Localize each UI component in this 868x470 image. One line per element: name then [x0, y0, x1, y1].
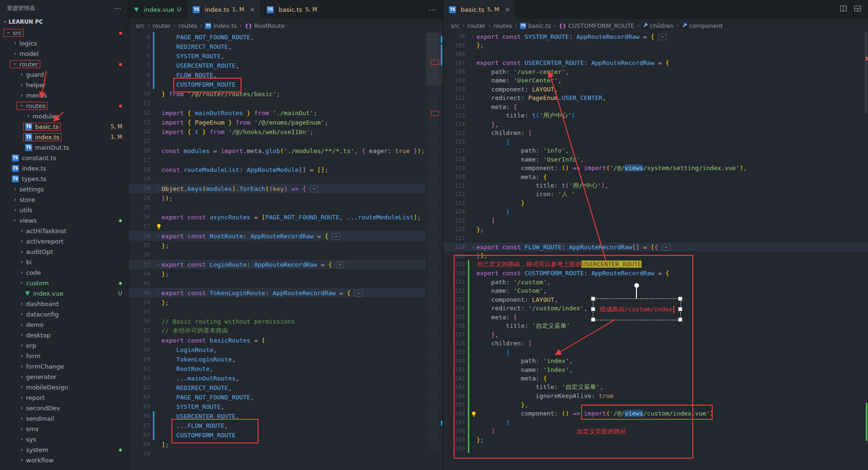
tree-item-routes[interactable]: ›routes● — [0, 100, 128, 111]
tree-item-model[interactable]: ›model — [0, 48, 128, 59]
chevron-right-icon[interactable]: › — [18, 321, 25, 328]
chevron-right-icon[interactable]: › — [18, 373, 25, 380]
code-line-116[interactable]: 116 { — [443, 137, 868, 146]
tree-item-custom[interactable]: ›custom● — [0, 278, 128, 288]
fold-chevron-icon[interactable]: › — [470, 244, 476, 250]
chevron-right-icon[interactable]: › — [18, 227, 25, 234]
code-line-37[interactable]: 37›export const LoginRoute: AppRouteReco… — [128, 260, 443, 269]
code-line-14[interactable]: 14import { t } from '/@/hooks/web/useI18… — [128, 127, 443, 136]
code-line-67[interactable]: 67 ...FLOW_ROUTE, — [128, 421, 443, 430]
chevron-down-icon[interactable]: › — [12, 217, 18, 224]
code-line-7[interactable]: 7 USERCENTER_ROUTE, — [128, 61, 443, 70]
scrollbar[interactable] — [865, 32, 868, 113]
code-line-114[interactable]: 114 }, — [443, 120, 868, 129]
tree-item-form[interactable]: ›form — [0, 351, 128, 361]
code-line-20[interactable]: 20›Object.keys(modules).forEach((key) =>… — [128, 184, 443, 193]
tree-item-sys[interactable]: ›sys — [0, 434, 128, 444]
breadcrumb-item-component[interactable]: component — [682, 22, 723, 29]
chevron-right-icon[interactable]: › — [12, 40, 18, 46]
code-line-244[interactable]: 244 ignoreKeepAlive: true — [443, 392, 868, 401]
code-line-124[interactable]: 124 } — [443, 208, 868, 217]
tree-item-auditOpt[interactable]: ›auditOpt — [0, 246, 128, 257]
breadcrumb-item-router[interactable]: router — [152, 22, 170, 29]
chevron-right-icon[interactable]: › — [18, 248, 25, 255]
code-line-11[interactable]: 11 — [128, 99, 443, 108]
chevron-right-icon[interactable]: › — [18, 269, 25, 276]
code-line-4[interactable]: 4 PAGE_NOT_FOUND_ROUTE, — [128, 32, 443, 42]
code-line-248[interactable]: 248 ] — [443, 427, 868, 436]
breadcrumb-item-index.ts[interactable]: TSindex.ts — [205, 22, 237, 29]
code-line-125[interactable]: 125 ] — [443, 217, 868, 226]
tree-item-code[interactable]: ›code — [0, 267, 128, 278]
fold-chevron-icon[interactable]: › — [155, 186, 161, 191]
tree-item-menus[interactable]: ›menus — [0, 90, 128, 100]
code-line-12[interactable]: 12import { mainOutRoutes } from './mainO… — [128, 108, 443, 118]
code-line-127[interactable]: 127 — [443, 234, 868, 243]
tab-index.vue[interactable]: index.vueU — [128, 0, 187, 19]
minimap-slider[interactable] — [426, 32, 443, 85]
tree-item-index.vue[interactable]: index.vueU — [0, 288, 128, 298]
code-line-229[interactable]: 229 — [443, 260, 868, 269]
code-line-35[interactable]: 35}; — [128, 241, 443, 250]
chevron-right-icon[interactable]: › — [18, 311, 25, 317]
chevron-right-icon[interactable]: › — [18, 436, 25, 443]
tree-item-secondDev[interactable]: ›secondDev — [0, 403, 128, 413]
breadcrumb-item-basic.ts[interactable]: TSbasic.ts — [520, 22, 551, 29]
tree-item-activereport[interactable]: ›activereport — [0, 236, 128, 246]
chevron-right-icon[interactable]: › — [18, 300, 25, 307]
code-line-56[interactable]: 56// Basic routing without permissions — [128, 316, 443, 326]
folded-region-icon[interactable]: ⋯ — [658, 34, 667, 40]
code-line-117[interactable]: 117 path: 'info', — [443, 146, 868, 155]
tree-item-modules[interactable]: ›modules — [0, 111, 128, 121]
code-line-10[interactable]: 10} from '/@/router/routes/basic'; — [128, 89, 443, 99]
tree-item-mobileDesign[interactable]: ›mobileDesign — [0, 382, 128, 392]
code-line-240[interactable]: 240 path: 'index', — [443, 357, 868, 366]
code-line-46[interactable]: 46›export const TokenLoginRoute: AppRout… — [128, 288, 443, 298]
tree-item-logics[interactable]: ›logics — [0, 38, 128, 48]
code-line-13[interactable]: 13import { PageEnum } from '/@/enums/pag… — [128, 118, 443, 127]
code-line-17[interactable]: 17 — [128, 155, 443, 165]
tree-item-sendmail[interactable]: ›sendmail — [0, 413, 128, 424]
tree-item-types.ts[interactable]: TStypes.ts — [0, 173, 128, 184]
code-line-242[interactable]: 242 meta: { — [443, 374, 868, 383]
code-line-230[interactable]: 230export const CUSTOMFORM_ROUTE: AppRou… — [443, 269, 868, 278]
chevron-right-icon[interactable]: › — [18, 332, 25, 338]
code-line-113[interactable]: 113 title: t('用户中心') — [443, 111, 868, 120]
code-line-128[interactable]: 128›export const FLOW_ROUTE: AppRouteRec… — [443, 243, 868, 252]
tree-item-bi[interactable]: ›bi — [0, 257, 128, 267]
chevron-down-icon[interactable]: › — [18, 280, 25, 286]
code-line-107[interactable]: 107export const USERCENTER_ROUTE: AppRou… — [443, 59, 868, 68]
minimap[interactable] — [426, 32, 443, 470]
code-line-5[interactable]: 5 REDIRECT_ROUTE, — [128, 42, 443, 51]
chevron-right-icon[interactable]: › — [12, 50, 18, 57]
chevron-right-icon[interactable]: › — [18, 81, 25, 88]
code-line-109[interactable]: 109 name: 'UserCenter', — [443, 76, 868, 85]
tab-basic.ts[interactable]: TSbasic.ts5, M× — [443, 0, 516, 19]
code-line-15[interactable]: 15 — [128, 136, 443, 146]
code-line-28[interactable]: 28›export const RootRoute: AppRouteRecor… — [128, 231, 443, 241]
code-line-61[interactable]: 61 RootRoute, — [128, 364, 443, 373]
chevron-right-icon[interactable]: › — [18, 384, 25, 390]
chevron-right-icon[interactable]: › — [18, 415, 25, 422]
chevron-right-icon[interactable]: › — [18, 352, 25, 359]
code-line-238[interactable]: 238 children: [ — [443, 339, 868, 348]
code-line-76[interactable]: 76›export const SYSTEM_ROUTE: AppRouteRe… — [443, 32, 868, 41]
folded-region-icon[interactable]: ⋯ — [332, 233, 340, 240]
tree-item-basic.ts[interactable]: TSbasic.ts5, M — [0, 121, 128, 132]
code-line-6[interactable]: 6 SYSTEM_ROUTE, — [128, 51, 443, 61]
code-line-236[interactable]: 236 title: '自定义菜单' — [443, 322, 868, 331]
close-icon[interactable]: × — [250, 6, 255, 13]
code-line-66[interactable]: 66 USERCENTER_ROUTE, — [128, 411, 443, 421]
tree-item-helper[interactable]: ›helper — [0, 80, 128, 90]
code-line-233[interactable]: 233 component: LAYOUT, — [443, 295, 868, 304]
code-line-119[interactable]: 119 component: () => import('/@/views/sy… — [443, 164, 868, 173]
lightbulb-icon[interactable] — [156, 223, 162, 232]
close-icon[interactable]: × — [504, 6, 510, 13]
code-line-45[interactable]: 45 — [128, 279, 443, 288]
chevron-right-icon[interactable]: › — [18, 457, 25, 463]
chevron-right-icon[interactable]: › — [18, 342, 25, 349]
tree-item-workflow[interactable]: ›workflow — [0, 455, 128, 465]
chevron-right-icon[interactable]: › — [12, 186, 18, 192]
breadcrumb-item-routes[interactable]: routes — [179, 22, 197, 29]
code-line-16[interactable]: 16const modules = import.meta.glob('./mo… — [128, 146, 443, 155]
